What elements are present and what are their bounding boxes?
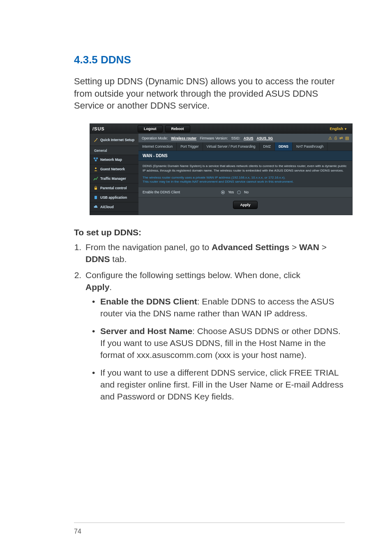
- step-1-adv: Advanced Settings: [212, 242, 289, 252]
- svg-point-0: [97, 138, 97, 139]
- sidebar-item-label: Parental control: [100, 186, 127, 190]
- bullet-3-body: If you want to use a different DDNS serv…: [100, 368, 344, 401]
- step-1-text: From the navigation panel, go to: [85, 242, 212, 252]
- sidebar-item-label: AiCloud: [100, 205, 114, 209]
- section-heading: 4.3.5 DDNS: [74, 53, 345, 66]
- sidebar-item-aicloud[interactable]: AiCloud: [90, 202, 138, 212]
- tab-internet-connection[interactable]: Internet Connection: [138, 142, 177, 151]
- svg-point-4: [95, 167, 97, 169]
- language-label: English: [330, 127, 343, 131]
- step-1-tail: tab.: [110, 254, 127, 264]
- traffic-icon: [93, 176, 98, 181]
- signal-icon: ⚠: [328, 136, 332, 140]
- usb-small-icon: ⇄: [339, 136, 343, 140]
- ddns-description: DDNS (Dynamic Domain Name System) is a s…: [138, 161, 352, 187]
- svg-rect-6: [95, 196, 97, 199]
- sidebar-item-parental-control[interactable]: Parental control: [90, 183, 138, 193]
- radio-no[interactable]: [237, 190, 241, 194]
- reboot-button[interactable]: Reboot: [165, 125, 190, 132]
- bullet-list: Enable the DDNS Client: Enable DDNS to a…: [85, 296, 345, 403]
- svg-rect-5: [95, 188, 97, 190]
- sidebar-item-guest-network[interactable]: Guest Network: [90, 165, 138, 174]
- step-2-tail: .: [109, 282, 112, 292]
- footer-rule: [74, 522, 345, 523]
- ddns-desc-1: DDNS (Dynamic Domain Name System) is a s…: [143, 164, 348, 173]
- radio-no-label: No: [244, 190, 249, 194]
- apply-button[interactable]: Apply: [233, 201, 257, 209]
- sidebar-item-network-map[interactable]: Network Map: [90, 155, 138, 165]
- lock-icon: [93, 186, 98, 190]
- bullet-1-title: Enable the DDNS Client: [100, 297, 197, 306]
- panel-title: WAN - DDNS: [138, 151, 352, 161]
- bullet-2-title: Server and Host Name: [100, 326, 192, 336]
- ssid-1: ASUS: [244, 136, 254, 140]
- logout-button[interactable]: Logout: [138, 125, 163, 132]
- router-screenshot: /SUS Logout Reboot English▾ Quick Intern…: [90, 123, 353, 215]
- sidebar-item-qis[interactable]: Quick Internet Setup: [90, 134, 138, 146]
- svg-rect-3: [95, 160, 97, 161]
- step-2: Configure the following settings below. …: [84, 269, 345, 403]
- sidebar-item-label: Guest Network: [100, 167, 125, 171]
- enable-ddns-label: Enable the DDNS Client: [143, 190, 180, 194]
- bullet-2: Server and Host Name: Choose ASUS DDNS o…: [91, 325, 345, 361]
- network-icon: [93, 157, 98, 162]
- sidebar-item-label: Traffic Manager: [100, 176, 126, 181]
- intro-paragraph: Setting up DDNS (Dynamic DNS) allows you…: [74, 75, 345, 112]
- printer-icon: ⎙: [334, 136, 337, 140]
- step-1-wan: WAN: [299, 242, 319, 252]
- router-topbar: /SUS Logout Reboot English▾: [90, 124, 352, 134]
- step-1: From the navigation panel, go to Advance…: [84, 242, 345, 265]
- ddns-warning-2: This router may be in the multiple-NAT e…: [143, 180, 348, 184]
- bullet-1: Enable the DDNS Client: Enable DDNS to a…: [91, 296, 345, 320]
- wan-tabs: Internet Connection Port Trigger Virtual…: [138, 142, 352, 151]
- radio-yes[interactable]: [221, 190, 225, 194]
- main-panel: Operation Mode: Wireless router Firmware…: [138, 134, 352, 215]
- sidebar-item-label: Quick Internet Setup: [100, 138, 134, 142]
- usb-icon: [93, 195, 98, 200]
- tab-virtual-server[interactable]: Virtual Server / Port Forwarding: [203, 142, 260, 151]
- ssid-2: ASUS_5G: [256, 136, 273, 140]
- guest-icon: [93, 167, 98, 172]
- svg-rect-1: [94, 158, 95, 159]
- firmware-label: Firmware Version:: [200, 136, 228, 140]
- cloud-icon: [93, 204, 98, 209]
- tab-ddns[interactable]: DDNS: [275, 142, 293, 151]
- chevron-down-icon: ▾: [345, 127, 346, 131]
- radio-yes-label: Yes: [228, 190, 234, 194]
- enable-ddns-row: Enable the DDNS Client Yes No: [138, 187, 352, 197]
- bullet-3: If you want to use a different DDNS serv…: [91, 367, 345, 403]
- sidebar-item-usb-application[interactable]: USB application: [90, 193, 138, 202]
- tab-port-trigger[interactable]: Port Trigger: [177, 142, 203, 151]
- svg-rect-2: [96, 158, 98, 159]
- sidebar-item-traffic-manager[interactable]: Traffic Manager: [90, 174, 138, 183]
- steps-list: From the navigation panel, go to Advance…: [74, 242, 345, 403]
- language-selector[interactable]: English▾: [330, 127, 350, 131]
- drive-icon: ▤: [345, 136, 349, 140]
- operation-mode-row: Operation Mode: Wireless router Firmware…: [138, 134, 352, 142]
- page-number: 74: [74, 528, 81, 535]
- ssid-label: SSID:: [231, 136, 240, 140]
- setup-subheading: To set up DDNS:: [74, 228, 345, 237]
- opmode-value[interactable]: Wireless router: [171, 136, 196, 140]
- step-1-ddns: DDNS: [85, 254, 110, 264]
- sidebar: Quick Internet Setup General Network Map…: [90, 134, 138, 215]
- step-1-sep2: >: [319, 242, 327, 252]
- opmode-label: Operation Mode:: [142, 136, 168, 140]
- wand-icon: [93, 137, 98, 142]
- sidebar-item-label: USB application: [100, 195, 127, 200]
- ddns-warning-1: The wireless router currently uses a pri…: [143, 176, 348, 180]
- sidebar-item-label: Network Map: [100, 158, 122, 162]
- step-2-text: Configure the following settings below. …: [85, 270, 300, 280]
- tab-dmz[interactable]: DMZ: [260, 142, 275, 151]
- step-1-sep1: >: [289, 242, 299, 252]
- tab-nat-passthrough[interactable]: NAT Passthrough: [293, 142, 327, 151]
- sidebar-general-header: General: [90, 146, 138, 155]
- step-2-apply: Apply: [85, 282, 109, 292]
- asus-logo: /SUS: [92, 126, 138, 131]
